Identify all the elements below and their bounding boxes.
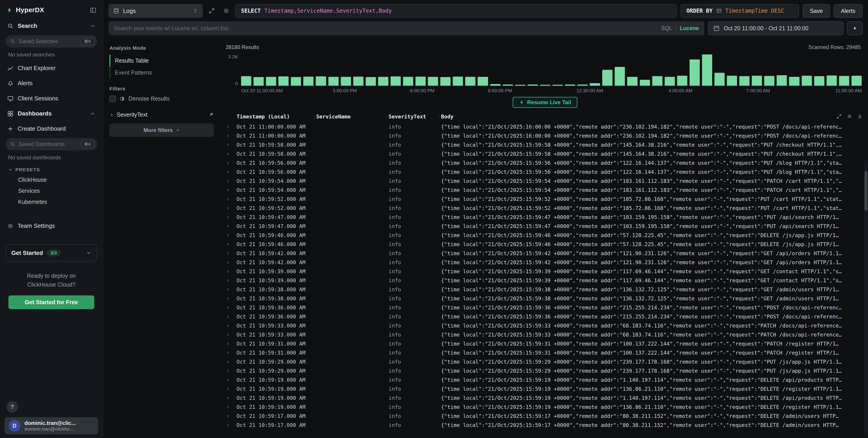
log-row[interactable]: Oct 21 10:59:38.000 AM info {"time_local…: [222, 285, 868, 294]
histogram-bar[interactable]: [652, 76, 662, 86]
log-row[interactable]: Oct 21 11:00:00.000 AM info {"time_local…: [222, 122, 868, 131]
histogram-bar[interactable]: [515, 85, 525, 86]
histogram-bar[interactable]: [253, 77, 264, 86]
histogram-bar[interactable]: [353, 77, 364, 86]
histogram-bar[interactable]: [266, 77, 276, 86]
source-settings-button[interactable]: [221, 4, 231, 17]
sidebar-item-services[interactable]: Services: [4, 185, 98, 196]
alerts-button[interactable]: Alerts: [834, 4, 863, 18]
get-started-cta-button[interactable]: Get Started for Free: [8, 295, 95, 309]
chevron-right-icon[interactable]: [226, 350, 230, 355]
log-row[interactable]: Oct 21 10:59:29.000 AM info {"time_local…: [222, 357, 868, 366]
help-button[interactable]: ?: [6, 401, 18, 413]
chevron-up-icon[interactable]: [90, 111, 95, 116]
sidebar-item-alerts[interactable]: Alerts: [4, 77, 98, 90]
log-row[interactable]: Oct 21 10:59:17.000 AM info {"time_local…: [222, 420, 868, 430]
run-query-button[interactable]: [847, 21, 863, 35]
orderby-input[interactable]: ORDER BY TimestampTime DESC: [681, 4, 799, 18]
chevron-right-icon[interactable]: [226, 378, 230, 382]
more-filters-button[interactable]: More filters: [110, 124, 214, 137]
chevron-right-icon[interactable]: [226, 197, 230, 201]
column-separator-icon[interactable]: [312, 114, 316, 120]
pin-icon[interactable]: [209, 112, 214, 117]
histogram-bar[interactable]: [553, 85, 563, 86]
histogram-bar[interactable]: [478, 77, 488, 86]
column-separator-icon[interactable]: [436, 114, 441, 120]
chevron-up-icon[interactable]: [90, 23, 95, 29]
chevron-right-icon[interactable]: [226, 134, 230, 138]
log-row[interactable]: Oct 21 11:00:00.000 AM info {"time_local…: [222, 131, 868, 140]
histogram-bar[interactable]: [490, 84, 500, 86]
log-row[interactable]: Oct 21 10:59:31.000 AM info {"time_local…: [222, 348, 868, 357]
histogram-bar[interactable]: [403, 77, 413, 86]
log-row[interactable]: Oct 21 10:59:17.000 AM info {"time_local…: [222, 411, 868, 420]
chevron-right-icon[interactable]: [226, 269, 230, 274]
histogram-bar[interactable]: [565, 85, 575, 86]
log-row[interactable]: Oct 21 10:59:19.000 AM info {"time_local…: [222, 394, 868, 403]
lucene-mode-toggle[interactable]: Lucene: [680, 25, 699, 31]
select-query-input[interactable]: SELECT Timestamp,ServiceName,SeverityTex…: [235, 4, 677, 18]
sidebar-item-dashboards[interactable]: Dashboards: [4, 107, 98, 120]
chevron-right-icon[interactable]: [226, 151, 230, 156]
scrollbar-thumb[interactable]: [864, 171, 868, 211]
checkbox[interactable]: [110, 96, 116, 102]
chevron-right-icon[interactable]: [226, 414, 230, 418]
denoise-results-checkbox[interactable]: Denoise Results: [110, 95, 214, 102]
table-expand-icon[interactable]: [836, 114, 842, 119]
mode-event-patterns[interactable]: Event Patterns: [110, 67, 214, 79]
chevron-right-icon[interactable]: [226, 341, 230, 346]
histogram-bar[interactable]: [677, 76, 687, 86]
chevron-right-icon[interactable]: [226, 387, 230, 391]
histogram-bar[interactable]: [752, 76, 762, 86]
saved-dashboards-input[interactable]: Saved Dashboards ⌘K: [5, 138, 97, 150]
chevron-right-icon[interactable]: [226, 215, 230, 220]
chevron-right-icon[interactable]: [226, 405, 230, 409]
filter-severitytext[interactable]: SeverityText: [110, 109, 214, 124]
histogram-bar[interactable]: [391, 76, 401, 86]
histogram-bar[interactable]: [440, 77, 451, 86]
chevron-right-icon[interactable]: [226, 332, 230, 337]
download-icon[interactable]: [857, 114, 863, 119]
chevron-right-icon[interactable]: [226, 396, 230, 400]
histogram-bar[interactable]: [802, 76, 812, 86]
histogram-bar[interactable]: [341, 77, 351, 86]
table-density-icon[interactable]: [847, 114, 852, 119]
time-range-picker[interactable]: Oct 20 11:00:00 - Oct 21 11:00:00: [708, 21, 844, 35]
log-row[interactable]: Oct 21 10:59:42.000 AM info {"time_local…: [222, 258, 868, 267]
mode-results-table[interactable]: Results Table: [110, 55, 214, 67]
chevron-right-icon[interactable]: [226, 125, 230, 129]
histogram-bar[interactable]: [689, 60, 700, 86]
chevron-right-icon[interactable]: [226, 423, 230, 427]
sidebar-item-team-settings[interactable]: Team Settings: [4, 219, 98, 233]
histogram-bar[interactable]: [540, 85, 550, 86]
sidebar-item-kubernetes[interactable]: Kubernetes: [4, 196, 98, 207]
histogram-bar[interactable]: [378, 77, 388, 86]
log-row[interactable]: Oct 21 10:59:52.000 AM info {"time_local…: [222, 204, 868, 213]
histogram-bar[interactable]: [615, 67, 625, 86]
chevron-down-icon[interactable]: [86, 250, 91, 256]
hyperdx-logo[interactable]: HyperDX: [6, 6, 44, 14]
log-row[interactable]: Oct 21 10:59:36.000 AM info {"time_local…: [222, 312, 868, 321]
chevron-right-icon[interactable]: [226, 314, 230, 319]
histogram-bar[interactable]: [528, 85, 538, 86]
chevron-right-icon[interactable]: [226, 188, 230, 192]
histogram-bars[interactable]: [241, 54, 862, 86]
log-row[interactable]: Oct 21 10:59:42.000 AM info {"time_local…: [222, 249, 868, 258]
chevron-right-icon[interactable]: [226, 233, 230, 238]
histogram-bar[interactable]: [839, 76, 849, 86]
chevron-right-icon[interactable]: [226, 242, 230, 246]
sidebar-item-chart-explorer[interactable]: Chart Explorer: [4, 62, 98, 75]
user-menu[interactable]: D dominic.tran@clic... dominic.tran@clic…: [4, 417, 98, 434]
histogram-bar[interactable]: [453, 77, 463, 86]
histogram-bar[interactable]: [503, 85, 513, 86]
log-row[interactable]: Oct 21 10:59:36.000 AM info {"time_local…: [222, 303, 868, 312]
log-row[interactable]: Oct 21 10:59:46.000 AM info {"time_local…: [222, 231, 868, 240]
sidebar-item-search[interactable]: Search: [4, 19, 98, 33]
log-row[interactable]: Oct 21 10:59:19.000 AM info {"time_local…: [222, 384, 868, 394]
chevron-right-icon[interactable]: [226, 179, 230, 183]
log-row[interactable]: Oct 21 10:59:58.000 AM info {"time_local…: [222, 149, 868, 159]
histogram-bar[interactable]: [465, 77, 475, 86]
presets-toggle[interactable]: PRESETS: [4, 163, 98, 174]
histogram-bar[interactable]: [578, 85, 588, 86]
histogram-bar[interactable]: [241, 76, 251, 86]
